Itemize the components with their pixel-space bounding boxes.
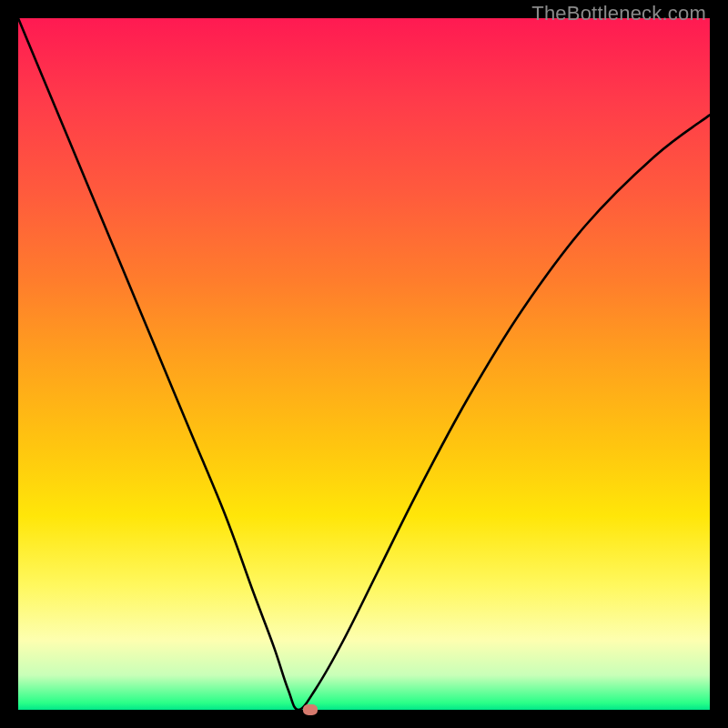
chart-frame: TheBottleneck.com bbox=[0, 0, 728, 728]
optimum-marker bbox=[303, 704, 318, 715]
watermark-text: TheBottleneck.com bbox=[531, 2, 706, 25]
plot-area bbox=[18, 18, 710, 710]
bottleneck-curve bbox=[18, 18, 710, 710]
